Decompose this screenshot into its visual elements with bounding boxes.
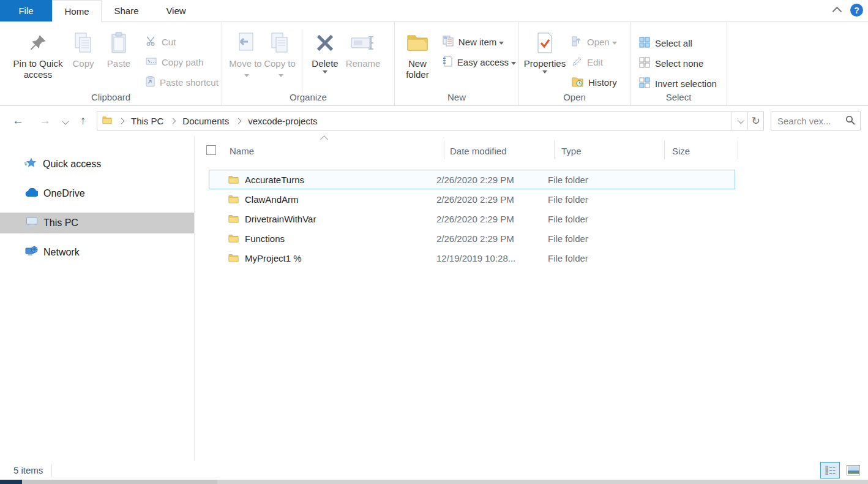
file-list-pane: Name Date modified Type Size AccurateTur… bbox=[195, 136, 868, 461]
bottom-edge bbox=[0, 480, 868, 484]
search-icon[interactable] bbox=[845, 115, 855, 127]
forward-icon[interactable]: → bbox=[39, 113, 51, 128]
open-icon bbox=[572, 36, 582, 48]
details-view-icon bbox=[825, 466, 836, 475]
breadcrumb-item-current[interactable]: vexcode-projects bbox=[248, 116, 317, 126]
column-header-type[interactable]: Type bbox=[561, 146, 582, 156]
sort-ascending-icon bbox=[320, 135, 328, 143]
history-button[interactable]: History bbox=[569, 74, 619, 91]
select-all-button[interactable]: Select all bbox=[637, 35, 727, 51]
invert-selection-button[interactable]: Invert selection bbox=[637, 75, 727, 92]
thumbnail-view-button[interactable] bbox=[844, 462, 863, 478]
new-item-button[interactable]: New item bbox=[440, 34, 518, 50]
sidebar-item-this-pc[interactable]: This PC bbox=[0, 213, 194, 233]
quick-access-star-icon bbox=[24, 157, 37, 172]
cut-button[interactable]: Cut bbox=[143, 34, 221, 50]
tab-file[interactable]: File bbox=[0, 0, 52, 21]
column-divider[interactable] bbox=[554, 141, 555, 159]
breadcrumb-item-documents[interactable]: Documents bbox=[182, 116, 229, 126]
file-date: 2/26/2020 2:29 PM bbox=[436, 233, 548, 244]
ribbon-group-organize: Move to Copy to Delete Rename bbox=[222, 22, 395, 105]
dropdown-caret-icon bbox=[511, 62, 516, 65]
details-view-button[interactable] bbox=[820, 462, 840, 478]
file-date: 2/26/2020 2:29 PM bbox=[436, 214, 548, 224]
breadcrumb-item-this-pc[interactable]: This PC bbox=[131, 116, 163, 126]
open-button[interactable]: Open bbox=[569, 34, 619, 50]
address-dropdown-button[interactable] bbox=[731, 112, 747, 130]
file-name: ClawAndArm bbox=[245, 194, 299, 205]
file-explorer-window: File Home Share View ? Pin to Quick acce… bbox=[0, 0, 868, 484]
file-name: DrivetrainWithVar bbox=[245, 214, 316, 224]
folder-icon bbox=[228, 234, 239, 243]
easy-access-icon bbox=[443, 56, 452, 69]
file-date: 2/26/2020 2:29 PM bbox=[436, 194, 548, 205]
column-header-date-modified[interactable]: Date modified bbox=[450, 146, 507, 156]
recent-locations-chevron-icon[interactable] bbox=[62, 118, 69, 124]
help-button[interactable]: ? bbox=[850, 4, 863, 17]
file-name: MyProject1 % bbox=[245, 253, 302, 263]
file-row-clawandarm[interactable]: ClawAndArm 2/26/2020 2:29 PM File folder bbox=[209, 189, 735, 209]
divider bbox=[302, 29, 302, 97]
delete-x-icon bbox=[315, 29, 335, 56]
select-none-icon bbox=[639, 57, 650, 70]
sidebar-item-onedrive[interactable]: OneDrive bbox=[0, 183, 194, 204]
ribbon-group-clipboard: Pin to Quick access Copy Paste bbox=[0, 22, 222, 105]
back-icon[interactable]: ← bbox=[12, 113, 24, 128]
folder-icon bbox=[228, 195, 239, 203]
minimize-ribbon-icon[interactable] bbox=[832, 7, 842, 17]
file-type: File folder bbox=[548, 233, 659, 244]
select-all-checkbox[interactable] bbox=[206, 145, 216, 155]
tab-view[interactable]: View bbox=[151, 0, 201, 21]
tab-share[interactable]: Share bbox=[102, 0, 151, 21]
group-label-select: Select bbox=[630, 92, 727, 102]
dropdown-caret-icon bbox=[542, 70, 547, 74]
navigation-bar: ← → ↑ This PC Documents vexcode-projects… bbox=[0, 106, 868, 136]
copy-path-button[interactable]: Copy path bbox=[143, 54, 221, 70]
file-row-drivetrainwithvar[interactable]: DrivetrainWithVar 2/26/2020 2:29 PM File… bbox=[209, 209, 735, 229]
status-bar: 5 items bbox=[0, 461, 868, 480]
column-header-name[interactable]: Name bbox=[230, 146, 254, 156]
dropdown-caret-icon bbox=[244, 74, 249, 77]
select-none-button[interactable]: Select none bbox=[637, 55, 727, 72]
this-pc-monitor-icon bbox=[24, 216, 38, 230]
file-name: AccurateTurns bbox=[245, 175, 304, 185]
refresh-button[interactable]: ↻ bbox=[747, 112, 763, 130]
dropdown-caret-icon bbox=[323, 70, 327, 74]
search-input[interactable] bbox=[771, 116, 845, 126]
item-count-label: 5 items bbox=[13, 465, 43, 475]
file-row-accurateturns[interactable]: AccurateTurns 2/26/2020 2:29 PM File fol… bbox=[209, 170, 735, 189]
column-header-size[interactable]: Size bbox=[672, 146, 690, 156]
copy-icon bbox=[73, 29, 94, 56]
sidebar-item-quick-access[interactable]: Quick access bbox=[0, 154, 194, 175]
refresh-icon: ↻ bbox=[751, 115, 760, 127]
up-icon[interactable]: ↑ bbox=[80, 113, 86, 128]
paste-shortcut-button[interactable]: Paste shortcut bbox=[143, 74, 221, 91]
file-type: File folder bbox=[548, 253, 659, 263]
column-divider[interactable] bbox=[444, 141, 444, 159]
address-bar[interactable]: This PC Documents vexcode-projects ↻ bbox=[97, 112, 764, 130]
column-divider[interactable] bbox=[738, 141, 738, 159]
file-type: File folder bbox=[548, 194, 659, 205]
file-date: 2/26/2020 2:29 PM bbox=[436, 175, 548, 185]
dropdown-caret-icon bbox=[499, 42, 504, 45]
file-rows: AccurateTurns 2/26/2020 2:29 PM File fol… bbox=[195, 170, 868, 268]
dropdown-caret-icon bbox=[612, 42, 617, 45]
folder-icon bbox=[228, 175, 239, 184]
sidebar-item-network[interactable]: Network bbox=[0, 242, 194, 263]
copy-path-icon bbox=[146, 57, 157, 67]
paste-shortcut-icon bbox=[146, 76, 155, 89]
ribbon-tab-bar: File Home Share View ? bbox=[0, 0, 868, 22]
divider bbox=[51, 464, 52, 477]
move-to-icon bbox=[236, 29, 255, 56]
column-divider[interactable] bbox=[664, 141, 665, 159]
breadcrumb-separator-icon bbox=[170, 118, 176, 124]
easy-access-button[interactable]: Easy access bbox=[440, 54, 518, 70]
ribbon-group-open: Properties Open Edit bbox=[519, 22, 630, 105]
file-row-myproject1[interactable]: MyProject1 % 12/19/2019 10:28... File fo… bbox=[209, 248, 735, 268]
network-icon bbox=[24, 246, 38, 260]
select-all-icon bbox=[639, 37, 650, 50]
group-label-open: Open bbox=[519, 92, 630, 102]
file-row-functions[interactable]: Functions 2/26/2020 2:29 PM File folder bbox=[209, 229, 735, 248]
tab-home[interactable]: Home bbox=[52, 0, 102, 22]
edit-button[interactable]: Edit bbox=[569, 54, 619, 70]
